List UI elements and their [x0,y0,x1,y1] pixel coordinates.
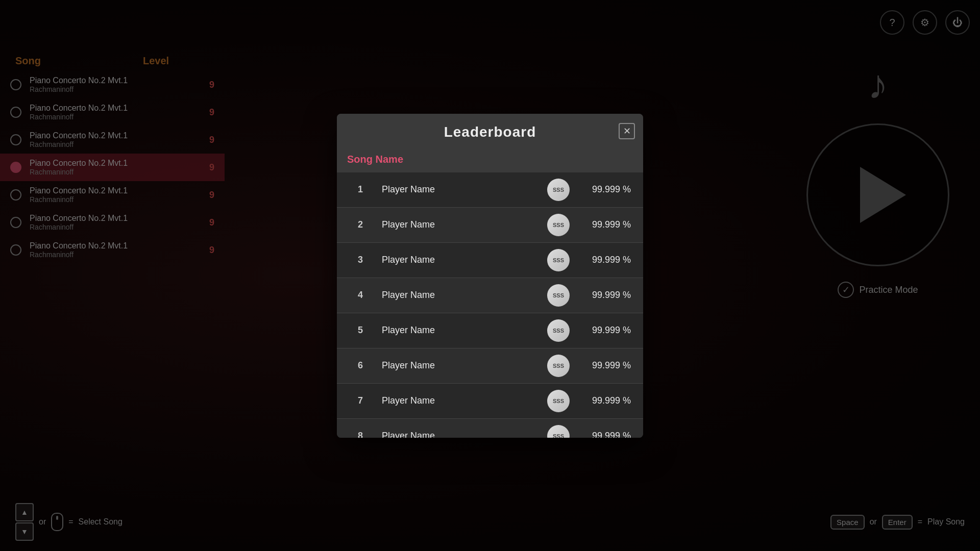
modal-song-name-section: Song Name [337,148,643,172]
lb-rank: 4 [349,290,372,300]
lb-player-name: Player Name [382,290,537,300]
modal-close-button[interactable]: ✕ [619,123,635,139]
lb-rank: 8 [349,431,372,438]
sss-badge: SSS [547,319,570,342]
leaderboard-list[interactable]: 1 Player Name SSS 99.999 % 2 Player Name… [337,172,643,438]
lb-score: 99.999 % [580,325,631,336]
modal-header: Leaderboard ✕ [337,114,643,148]
sss-badge: SSS [547,179,570,201]
lb-rank: 6 [349,360,372,371]
lb-score: 99.999 % [580,395,631,406]
lb-player-name: Player Name [382,395,537,406]
sss-badge: SSS [547,284,570,307]
lb-score: 99.999 % [580,184,631,195]
lb-rank: 7 [349,395,372,406]
lb-score: 99.999 % [580,219,631,230]
lb-player-name: Player Name [382,360,537,371]
lb-score: 99.999 % [580,255,631,265]
sss-badge: SSS [547,355,570,377]
sss-badge: SSS [547,249,570,271]
lb-player-name: Player Name [382,255,537,265]
modal-overlay: Leaderboard ✕ Song Name 1 Player Name SS… [0,0,980,551]
sss-badge: SSS [547,214,570,236]
sss-badge: SSS [547,425,570,438]
leaderboard-modal: Leaderboard ✕ Song Name 1 Player Name SS… [337,114,643,438]
leaderboard-row: 8 Player Name SSS 99.999 % [337,419,643,438]
sss-badge: SSS [547,390,570,412]
leaderboard-row: 3 Player Name SSS 99.999 % [337,243,643,278]
lb-rank: 2 [349,219,372,230]
leaderboard-row: 2 Player Name SSS 99.999 % [337,208,643,243]
leaderboard-row: 6 Player Name SSS 99.999 % [337,348,643,384]
leaderboard-row: 1 Player Name SSS 99.999 % [337,172,643,208]
lb-score: 99.999 % [580,360,631,371]
lb-score: 99.999 % [580,431,631,438]
lb-rank: 5 [349,325,372,336]
lb-player-name: Player Name [382,431,537,438]
lb-rank: 3 [349,255,372,265]
leaderboard-row: 5 Player Name SSS 99.999 % [337,313,643,348]
lb-score: 99.999 % [580,290,631,300]
modal-song-name-label: Song Name [347,154,403,165]
leaderboard-row: 7 Player Name SSS 99.999 % [337,384,643,419]
lb-player-name: Player Name [382,325,537,336]
lb-rank: 1 [349,184,372,195]
leaderboard-row: 4 Player Name SSS 99.999 % [337,278,643,313]
lb-player-name: Player Name [382,219,537,230]
lb-player-name: Player Name [382,184,537,195]
modal-title: Leaderboard [444,124,536,140]
